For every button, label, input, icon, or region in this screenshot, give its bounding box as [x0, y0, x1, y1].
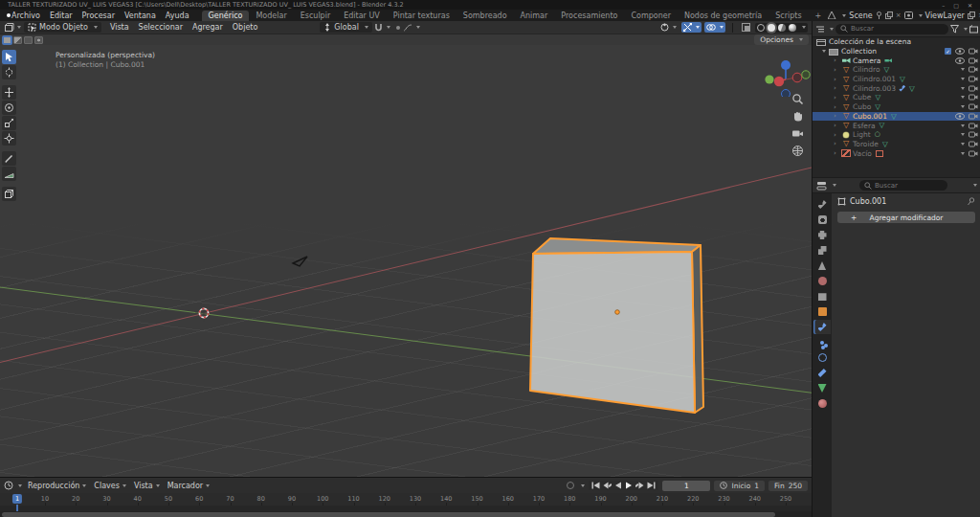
workspace-tab[interactable]: Esculpir: [294, 11, 338, 21]
maximize-button[interactable]: ▢: [953, 2, 959, 9]
hidden-icon[interactable]: [961, 96, 965, 99]
menu-item[interactable]: Archivo: [7, 11, 45, 20]
properties-tab[interactable]: [813, 304, 831, 319]
frame-start-field[interactable]: Inicio 1: [714, 481, 765, 491]
hidden-icon[interactable]: [961, 133, 965, 136]
workspace-tab[interactable]: Procesamiento: [554, 11, 624, 21]
editor-type-icon[interactable]: [4, 23, 14, 33]
navigation-gizmo[interactable]: [756, 51, 812, 97]
properties-tab[interactable]: [813, 350, 831, 365]
transform-orientation[interactable]: Global: [320, 22, 372, 33]
camera-view-icon[interactable]: [791, 127, 804, 140]
properties-tab[interactable]: [813, 366, 831, 380]
jump-to-start-button[interactable]: [591, 482, 600, 489]
playhead[interactable]: 1: [12, 494, 22, 504]
gizmos-toggle[interactable]: [681, 22, 702, 33]
menu-item[interactable]: Editar: [45, 11, 78, 20]
current-frame-field[interactable]: 1: [662, 481, 710, 491]
properties-search[interactable]: Buscar: [859, 180, 947, 191]
visible-eye-icon[interactable]: [955, 113, 965, 120]
menu-item[interactable]: Ayuda: [161, 11, 194, 20]
scene-name[interactable]: Scene: [849, 11, 872, 20]
select-mode-subtract-button[interactable]: [24, 36, 33, 44]
outliner-item-row[interactable]: › Cilindro.001: [813, 75, 980, 84]
cursor-tool[interactable]: [2, 65, 16, 79]
timeline-menu-item[interactable]: Marcador: [164, 482, 213, 490]
display-mode-caret-icon[interactable]: [830, 28, 834, 31]
select-mode-extend-button[interactable]: [13, 36, 22, 44]
hidden-icon[interactable]: [961, 87, 965, 90]
expand-icon[interactable]: ›: [834, 84, 841, 92]
expand-icon[interactable]: ›: [834, 140, 841, 147]
outliner-item-row[interactable]: › Toroide: [813, 140, 980, 149]
collection-render-icon[interactable]: [969, 48, 978, 55]
properties-tab[interactable]: [813, 335, 831, 349]
render-visibility-icon[interactable]: [969, 85, 978, 92]
shading-solid-button[interactable]: [768, 24, 775, 32]
show-gizmo-toggle[interactable]: [658, 22, 679, 33]
render-visibility-icon[interactable]: [969, 66, 978, 73]
outliner-display-mode-icon[interactable]: [815, 25, 825, 34]
breadcrumb-object-name[interactable]: Cubo.001: [850, 197, 886, 206]
hidden-icon[interactable]: [961, 105, 965, 108]
transform-tool[interactable]: [2, 131, 16, 146]
hidden-icon[interactable]: [961, 68, 965, 71]
properties-editor-icon[interactable]: [816, 181, 827, 191]
close-button[interactable]: ✕: [968, 2, 972, 9]
shading-rendered-button[interactable]: [789, 24, 796, 32]
visible-eye-icon[interactable]: [955, 57, 965, 64]
workspace-tab[interactable]: Pintar texturas: [387, 11, 457, 21]
render-visibility-icon[interactable]: [969, 103, 978, 110]
pin-icon[interactable]: [876, 11, 882, 19]
minimize-button[interactable]: –: [942, 2, 945, 9]
editor-type-caret-icon[interactable]: [17, 26, 21, 29]
timeline-menu-item[interactable]: Vista: [130, 482, 164, 490]
workspace-tab[interactable]: +: [809, 11, 829, 21]
move-tool[interactable]: [2, 85, 16, 100]
timeline-editor-icon[interactable]: [4, 481, 13, 490]
outliner-item-row[interactable]: › Cubo.001: [813, 112, 980, 122]
properties-tab[interactable]: [813, 381, 831, 395]
workspace-tab[interactable]: Sombreado: [457, 11, 514, 21]
properties-tab[interactable]: [813, 289, 831, 303]
select-mode-set-button[interactable]: [3, 36, 11, 44]
workspace-tab[interactable]: Componer: [624, 11, 678, 21]
timeline-scrollbar[interactable]: [0, 511, 812, 517]
outliner-item-row[interactable]: › Cilindro.003: [813, 83, 980, 93]
expand-icon[interactable]: ›: [834, 149, 841, 157]
collection-checkbox[interactable]: ✓: [945, 48, 951, 55]
pan-view-icon[interactable]: [791, 110, 804, 123]
zoom-view-icon[interactable]: [791, 93, 804, 105]
ortho-toggle-icon[interactable]: [791, 145, 804, 157]
viewport-menu-item[interactable]: Seleccionar: [134, 23, 188, 32]
scene-caret-icon[interactable]: [842, 14, 846, 17]
hidden-icon[interactable]: [961, 152, 965, 155]
properties-tab[interactable]: [813, 258, 831, 273]
expand-icon[interactable]: ›: [834, 66, 841, 74]
outliner-item-row[interactable]: › Esfera: [813, 121, 980, 130]
outliner-item-row[interactable]: › Cubo: [813, 102, 980, 112]
viewport-menu-item[interactable]: Objeto: [228, 23, 263, 32]
workspace-tab[interactable]: Animar: [514, 11, 555, 21]
shading-wireframe-button[interactable]: [757, 24, 765, 32]
frame-end-field[interactable]: Fin 250: [768, 481, 808, 491]
pin-id-icon[interactable]: [967, 197, 975, 206]
properties-options-caret-icon[interactable]: [973, 184, 977, 187]
render-visibility-icon[interactable]: [969, 94, 978, 101]
jump-to-end-button[interactable]: [647, 482, 656, 489]
filter-caret-icon[interactable]: [964, 28, 968, 31]
collection-expander-icon[interactable]: [822, 50, 826, 53]
overlays-toggle[interactable]: [704, 22, 725, 33]
hidden-icon[interactable]: [961, 143, 965, 146]
timeline-menu-item[interactable]: Claves: [90, 482, 130, 490]
render-visibility-icon[interactable]: [969, 141, 978, 147]
workspace-tab[interactable]: Nodos de geometría: [678, 11, 768, 21]
expand-icon[interactable]: ›: [834, 131, 841, 139]
mode-selector[interactable]: Modo Objeto: [24, 22, 101, 33]
expand-icon[interactable]: ›: [834, 94, 841, 101]
filter-icon[interactable]: [950, 25, 959, 34]
shading-material-button[interactable]: [778, 24, 786, 32]
add-modifier-button[interactable]: + Agregar modificador: [837, 212, 975, 223]
timeline-editor-caret-icon[interactable]: [18, 484, 22, 487]
properties-tab[interactable]: [813, 228, 831, 242]
